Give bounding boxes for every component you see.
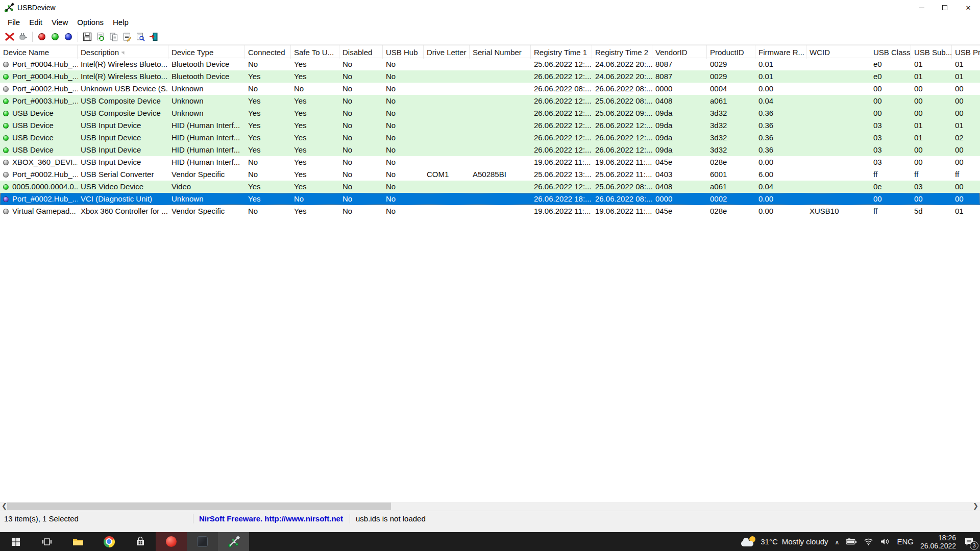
cell-description: USB Composite Device (78, 95, 168, 107)
cell-description: USB Input Device (78, 132, 168, 144)
battery-icon[interactable] (846, 538, 857, 545)
table-row[interactable]: Port_#0002.Hub_...Unknown USB Device (S.… (0, 83, 980, 95)
table-row[interactable]: Virtual Gamepad...Xbox 360 Controller fo… (0, 205, 980, 217)
column-header-disabled[interactable]: Disabled (339, 45, 383, 59)
scrollbar-thumb[interactable] (7, 503, 391, 510)
cell-serialNumber: A50285BI (470, 168, 531, 181)
cell-firmwareRev: 0.00 (755, 193, 806, 205)
column-header-safeToUnplug[interactable]: Safe To U... (291, 45, 339, 59)
column-header-description[interactable]: Description (78, 45, 168, 59)
action-center-button[interactable]: 3 (963, 536, 975, 548)
column-header-vendorId[interactable]: VendorID (652, 45, 707, 59)
disconnect-device-icon[interactable] (16, 30, 30, 43)
column-header-deviceName[interactable]: Device Name (0, 45, 78, 59)
column-header-usbProtocol[interactable]: USB Pro... (952, 45, 980, 59)
device-name-label: USB Device (12, 144, 54, 156)
volume-icon[interactable] (880, 538, 890, 545)
find-icon[interactable] (134, 30, 147, 43)
start-icon (11, 537, 20, 546)
table-row[interactable]: USB DeviceUSB Composite DeviceUnknownYes… (0, 107, 980, 119)
cell-serialNumber (470, 83, 531, 95)
disable-device-icon[interactable] (35, 30, 48, 43)
cell-wcid (806, 144, 870, 156)
scroll-right-arrow-icon[interactable]: ❯ (971, 502, 980, 511)
table-row[interactable]: 0005.0000.0004.0...USB Video DeviceVideo… (0, 181, 980, 193)
cell-usbSubClass: 00 (911, 83, 952, 95)
refresh-icon[interactable] (94, 30, 107, 43)
column-header-productId[interactable]: ProductID (707, 45, 755, 59)
cell-productId: 3d32 (707, 107, 755, 119)
table-row[interactable]: USB DeviceUSB Input DeviceHID (Human Int… (0, 119, 980, 132)
enable-device-icon[interactable] (48, 30, 62, 43)
close-button[interactable]: ✕ (957, 0, 980, 15)
device-name-label: Port_#0002.Hub_... (12, 168, 78, 181)
exit-icon[interactable] (147, 30, 160, 43)
sort-arrow-icon (121, 50, 126, 55)
weather-widget[interactable]: 31°C Mostly cloudy (741, 536, 828, 547)
cell-deviceType: Vendor Specific (168, 205, 245, 217)
table-row[interactable]: Port_#0002.Hub_...VCI (Diagnostic Unit)U… (0, 193, 980, 205)
cell-wcid (806, 156, 870, 168)
cell-firmwareRev: 0.00 (755, 156, 806, 168)
wifi-icon[interactable] (864, 538, 873, 545)
status-separator (350, 514, 350, 523)
minimize-button[interactable] (910, 0, 933, 15)
menu-edit[interactable]: Edit (24, 16, 47, 28)
table-row[interactable]: Port_#0003.Hub_...USB Composite DeviceUn… (0, 95, 980, 107)
properties-icon[interactable] (120, 30, 134, 43)
menu-options[interactable]: Options (72, 16, 108, 28)
nirsoft-link[interactable]: NirSoft Freeware. http://www.nirsoft.net (199, 513, 346, 524)
column-header-usbSubClass[interactable]: USB Sub... (911, 45, 952, 59)
cell-vendorId: 09da (652, 132, 707, 144)
table-row[interactable]: USB DeviceUSB Input DeviceHID (Human Int… (0, 144, 980, 156)
save-icon[interactable] (81, 30, 94, 43)
table-row[interactable]: Port_#0004.Hub_...Intel(R) Wireless Blue… (0, 70, 980, 83)
horizontal-scrollbar[interactable]: ❮ ❯ (0, 502, 980, 511)
chrome-button[interactable] (93, 532, 125, 551)
microsoft-store-button[interactable] (125, 532, 156, 551)
cell-deviceType: HID (Human Interf... (168, 144, 245, 156)
cell-usbClass: ff (870, 168, 911, 181)
column-header-deviceType[interactable]: Device Type (168, 45, 245, 59)
menu-view[interactable]: View (47, 16, 72, 28)
column-header-firmwareRev[interactable]: Firmware R... (755, 45, 806, 59)
table-row[interactable]: Port_#0004.Hub_...Intel(R) Wireless Blue… (0, 58, 980, 70)
start-button[interactable] (0, 532, 31, 551)
recorder-app-button[interactable] (156, 532, 187, 551)
table-row[interactable]: XBOX_360_DEVI...USB Input DeviceHID (Hum… (0, 156, 980, 168)
language-indicator[interactable]: ENG (897, 537, 914, 546)
column-header-connected[interactable]: Connected (245, 45, 291, 59)
cell-disabled: No (339, 95, 383, 107)
cell-description: Intel(R) Wireless Blueto... (78, 70, 168, 83)
column-header-registryTime2[interactable]: Registry Time 2 (592, 45, 652, 59)
column-header-wcid[interactable]: WCID (806, 45, 870, 59)
column-header-usbClass[interactable]: USB Class (870, 45, 911, 59)
uninstall-device-icon[interactable] (3, 30, 16, 43)
tray-chevron-icon[interactable]: ∧ (835, 539, 840, 546)
file-explorer-button[interactable] (62, 532, 93, 551)
usbdeview-taskbar-button[interactable] (218, 532, 249, 551)
task-view-button[interactable] (31, 532, 62, 551)
column-header-usbHub[interactable]: USB Hub (383, 45, 424, 59)
menu-file[interactable]: File (3, 16, 24, 28)
copy-icon[interactable] (107, 30, 120, 43)
dark-app-button[interactable] (187, 532, 218, 551)
clock[interactable]: 18:26 26.06.2022 (920, 534, 956, 550)
table-row[interactable]: USB DeviceUSB Input DeviceHID (Human Int… (0, 132, 980, 144)
table-row[interactable]: Port_#0002.Hub_...USB Serial ConverterVe… (0, 168, 980, 181)
column-header-serialNumber[interactable]: Serial Number (470, 45, 531, 59)
cell-usbProtocol: 00 (952, 83, 980, 95)
column-header-driveLetter[interactable]: Drive Letter (424, 45, 470, 59)
cell-usbSubClass: 03 (911, 181, 952, 193)
cell-deviceType: Unknown (168, 193, 245, 205)
maximize-button[interactable] (933, 0, 957, 15)
menu-help[interactable]: Help (108, 16, 133, 28)
restart-device-icon[interactable] (62, 30, 75, 43)
column-header-registryTime1[interactable]: Registry Time 1 (531, 45, 592, 59)
cell-deviceType: Bluetooth Device (168, 58, 245, 70)
device-status-ball-icon (3, 184, 9, 190)
column-header-label: Safe To U... (294, 46, 334, 59)
cell-usbHub: No (383, 58, 424, 70)
cell-deviceName: Port_#0004.Hub_... (0, 70, 78, 83)
cell-usbClass: e0 (870, 58, 911, 70)
